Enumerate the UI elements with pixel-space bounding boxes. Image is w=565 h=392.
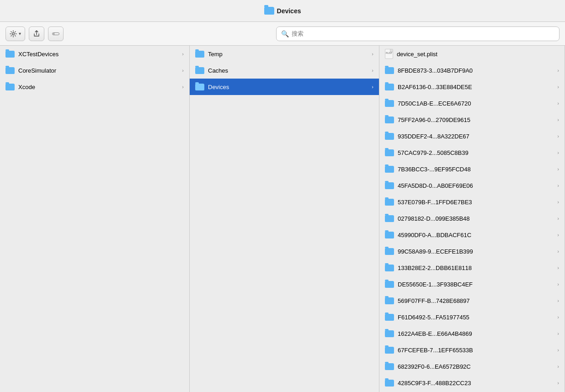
item-label: 682392F0-6...EA6572B92C <box>398 363 557 370</box>
folder-icon <box>385 149 394 156</box>
column-browser: XCTestDevices›CoreSimulator›Xcode› Temp›… <box>0 46 565 392</box>
folder-icon <box>385 314 394 321</box>
list-item[interactable]: Devices› <box>190 79 379 95</box>
search-icon: 🔍 <box>281 30 289 37</box>
list-item[interactable]: 682392F0-6...EA6572B92C› <box>379 358 565 375</box>
folder-icon <box>385 363 394 370</box>
list-item[interactable]: XCTestDevices› <box>0 46 189 62</box>
chevron-right-icon: › <box>182 51 184 57</box>
chevron-right-icon: › <box>557 166 559 172</box>
item-label: 75FF2A96-0...2709DE9615 <box>398 117 557 123</box>
folder-icon <box>5 84 15 90</box>
item-label: 537E079B-F...1FFD6E7BE3 <box>398 199 557 206</box>
dropdown-arrow: ▾ <box>19 31 21 36</box>
item-label: 45FA5D8D-0...AB0EF69E06 <box>398 182 557 189</box>
folder-icon <box>385 215 394 222</box>
folder-icon <box>385 84 394 90</box>
item-label: 935DDEF2-4...8A322DE67 <box>398 133 557 140</box>
item-label: DE55650E-1...3F938BC4EF <box>398 281 557 288</box>
list-item[interactable]: 67FCEFEB-7...1EFF65533B› <box>379 342 565 358</box>
chevron-right-icon: › <box>182 68 184 73</box>
chevron-right-icon: › <box>557 183 559 188</box>
chevron-right-icon: › <box>557 216 559 221</box>
list-item[interactable]: 569F07FF-B...7428E68897› <box>379 292 565 309</box>
list-item[interactable]: PLISTdevice_set.plist <box>379 46 565 62</box>
list-item[interactable]: 99C58A89-9...ECEFE1B399› <box>379 243 565 260</box>
chevron-right-icon: › <box>557 265 559 270</box>
item-label: 67FCEFEB-7...1EFF65533B <box>398 347 557 354</box>
item-label: 45990DF0-A...BDBACF61C <box>398 232 557 238</box>
back-button[interactable] <box>48 26 64 41</box>
pane-2: Temp›Caches›Devices› <box>190 46 379 392</box>
list-item[interactable]: 7D50C1AB-E...ECE6A6720› <box>379 95 565 111</box>
list-item[interactable]: 75FF2A96-0...2709DE9615› <box>379 111 565 128</box>
folder-icon <box>5 51 15 58</box>
list-item[interactable]: Caches› <box>190 62 379 79</box>
list-item[interactable]: 1622A4EB-E...E66A4B4869› <box>379 325 565 342</box>
item-label: F61D6492-5...FA51977455 <box>398 314 557 321</box>
chevron-right-icon: › <box>557 101 559 106</box>
item-label: 4285C9F3-F...488B22CC23 <box>398 380 557 387</box>
list-item[interactable]: 02798182-D...099E385B48› <box>379 210 565 227</box>
chevron-right-icon: › <box>372 68 373 73</box>
item-label: device_set.plist <box>397 51 559 58</box>
folder-icon <box>385 100 394 107</box>
chevron-right-icon: › <box>557 380 559 386</box>
title-folder-icon <box>264 7 274 15</box>
chevron-right-icon: › <box>557 347 559 353</box>
search-bar[interactable]: 🔍 <box>276 26 560 41</box>
list-item[interactable]: 45990DF0-A...BDBACF61C› <box>379 227 565 243</box>
folder-icon <box>195 84 204 90</box>
chevron-right-icon: › <box>557 84 559 90</box>
list-item[interactable]: 935DDEF2-4...8A322DE67› <box>379 128 565 144</box>
item-label: 99C58A89-9...ECEFE1B399 <box>398 248 557 255</box>
list-item[interactable]: 537E079B-F...1FFD6E7BE3› <box>379 194 565 210</box>
svg-point-0 <box>12 32 15 35</box>
folder-icon <box>195 51 204 58</box>
folder-icon <box>385 166 394 173</box>
list-item[interactable]: 45FA5D8D-0...AB0EF69E06› <box>379 177 565 194</box>
list-item[interactable]: 7B36BCC3-...9EF95FCD48› <box>379 161 565 177</box>
share-icon <box>33 30 40 37</box>
list-item[interactable]: DE55650E-1...3F938BC4EF› <box>379 276 565 292</box>
list-item[interactable]: F61D6492-5...FA51977455› <box>379 309 565 325</box>
list-item[interactable]: 8FBDE873-3...034B7DF9A0› <box>379 62 565 79</box>
folder-icon <box>385 347 394 354</box>
search-input[interactable] <box>292 30 554 37</box>
folder-icon <box>385 281 394 288</box>
chevron-right-icon: › <box>557 117 559 122</box>
item-label: 02798182-D...099E385B48 <box>398 215 557 222</box>
chevron-right-icon: › <box>557 331 559 336</box>
list-item[interactable]: CoreSimulator› <box>0 62 189 79</box>
folder-icon <box>195 67 204 74</box>
pane-1: XCTestDevices›CoreSimulator›Xcode› <box>0 46 190 392</box>
item-label: B2AF6136-0...33E884DE5E <box>398 84 557 90</box>
chevron-right-icon: › <box>557 68 559 73</box>
item-label: 569F07FF-B...7428E68897 <box>398 297 557 304</box>
toolbar: ▾ 🔍 <box>0 22 565 46</box>
chevron-right-icon: › <box>372 84 373 90</box>
list-item[interactable]: Temp› <box>190 46 379 62</box>
list-item[interactable]: B2AF6136-0...33E884DE5E› <box>379 79 565 95</box>
chevron-right-icon: › <box>557 232 559 238</box>
list-item[interactable]: 4285C9F3-F...488B22CC23› <box>379 375 565 391</box>
chevron-right-icon: › <box>557 199 559 205</box>
list-item[interactable]: Xcode› <box>0 79 189 95</box>
chevron-right-icon: › <box>557 133 559 139</box>
item-label: 1622A4EB-E...E66A4B4869 <box>398 330 557 337</box>
list-item[interactable]: 57CAC979-2...5085C8B39› <box>379 144 565 161</box>
item-label: Temp <box>208 51 372 58</box>
item-label: 133B28E2-2...DBB61E8118 <box>398 265 557 271</box>
item-label: Caches <box>208 67 372 74</box>
item-label: 57CAC979-2...5085C8B39 <box>398 149 557 156</box>
chevron-right-icon: › <box>557 281 559 287</box>
folder-icon <box>385 117 394 123</box>
window-title: Devices <box>264 7 301 15</box>
folder-icon <box>385 330 394 337</box>
share-button[interactable] <box>29 26 44 41</box>
folder-icon <box>385 133 394 140</box>
folder-icon <box>385 265 394 271</box>
chevron-right-icon: › <box>182 84 184 90</box>
list-item[interactable]: 133B28E2-2...DBB61E8118› <box>379 260 565 276</box>
gear-dropdown-button[interactable]: ▾ <box>5 26 25 41</box>
